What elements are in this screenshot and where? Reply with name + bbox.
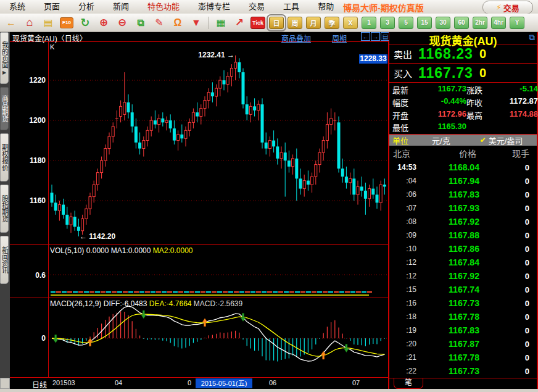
- back-icon[interactable]: ←: [4, 15, 19, 30]
- tick-row[interactable]: :201167.870: [389, 337, 537, 351]
- period-button-1[interactable]: 1: [362, 17, 376, 29]
- tick-row[interactable]: :071167.930: [389, 201, 537, 215]
- sell-row[interactable]: 卖出 1168.23 0: [389, 44, 537, 64]
- buy-label: 买入: [394, 67, 412, 80]
- stat-label: 最高: [466, 109, 497, 121]
- sidebar-tab-新闻资讯[interactable]: 新闻资讯: [0, 236, 9, 284]
- prev-arrow-icon[interactable]: ←: [361, 32, 370, 41]
- period-button-Y[interactable]: Y: [510, 17, 524, 29]
- quote-table-icon[interactable]: ▦: [213, 15, 228, 30]
- vol-ma1: MA1:0.0000: [111, 246, 151, 255]
- tick-price: 1167.92: [430, 271, 498, 281]
- tick-row[interactable]: :121167.920: [389, 269, 537, 283]
- menu-item-工具[interactable]: 工具: [274, 0, 308, 14]
- price-axis-label: 1160: [10, 196, 46, 205]
- unit-bar[interactable]: 单位 元/克 ✔ 美元/盎司: [389, 135, 537, 146]
- refresh-icon[interactable]: ↻: [78, 15, 93, 30]
- tab-bi[interactable]: 笔: [394, 378, 423, 389]
- trade-button[interactable]: ⚡ 交易: [482, 1, 533, 14]
- overlay-icon[interactable]: ⧉: [133, 15, 148, 30]
- sidebar-tab-label: 新闻资讯: [1, 246, 9, 273]
- period-button-月[interactable]: 月: [306, 17, 321, 29]
- tick-volume: 0: [498, 204, 529, 213]
- zoom-out-icon[interactable]: ⊖: [115, 15, 130, 30]
- menu-item-交易[interactable]: 交易: [239, 0, 274, 14]
- tick-list[interactable]: 14:531168.040:041167.940:061167.830:0711…: [389, 161, 537, 378]
- tick-row[interactable]: :151167.740: [389, 283, 537, 296]
- sell-volume: 0: [479, 47, 486, 61]
- tick-price: 1167.78: [430, 352, 498, 362]
- app-window: 系统页面分析新闻特色功能澎博专栏交易工具帮助 博易大师-期权仿真版 ⚡ 交易 ←…: [0, 0, 538, 392]
- home-icon[interactable]: ⌂: [22, 15, 37, 30]
- vol-indicator-text: VOL(5,10) 0.0000 MA1:0.0000 MA2:0.0000: [50, 246, 193, 255]
- sell-label: 卖出: [394, 48, 412, 60]
- toolbar-separator: [209, 17, 209, 29]
- sidebar-tab-期权报价[interactable]: 期权报价: [0, 133, 9, 181]
- period-button-4hr[interactable]: 4hr: [491, 17, 506, 29]
- tick-row[interactable]: 14:531168.040: [389, 161, 537, 174]
- sidebar-corner[interactable]: [0, 378, 10, 389]
- tick-row[interactable]: :081167.920: [389, 215, 537, 228]
- period-button-3[interactable]: 3: [380, 17, 395, 29]
- macd-axis-label: 0: [10, 334, 46, 343]
- next-arrow-icon[interactable]: →: [371, 32, 380, 41]
- menu-item-帮助[interactable]: 帮助: [308, 0, 343, 14]
- period-button-5[interactable]: 5: [399, 17, 413, 29]
- tick-row[interactable]: :191167.830: [389, 323, 537, 337]
- tick-price: 1167.73: [430, 366, 498, 376]
- period-button-60[interactable]: 60: [454, 17, 469, 29]
- unit-label: 单位: [392, 135, 408, 146]
- menu-item-新闻[interactable]: 新闻: [104, 0, 138, 14]
- tick-row[interactable]: :091167.880: [389, 228, 537, 242]
- sidebar-tab-股指期货[interactable]: 股指期货: [0, 185, 9, 233]
- menu-item-澎博专栏[interactable]: 澎博专栏: [189, 0, 239, 14]
- period-button-2hr[interactable]: 2hr: [473, 17, 487, 29]
- filter-icon[interactable]: ▼: [189, 15, 204, 30]
- unit-yuan-gram[interactable]: 元/克: [432, 135, 450, 146]
- period-button-季[interactable]: 季: [325, 17, 339, 29]
- period-button-周[interactable]: 周: [288, 17, 302, 29]
- macd-indicator-text: MACD(26,12,9) DIFF:-6.0483 DEA:-4.7664 M…: [50, 299, 242, 308]
- unit-usd-oz[interactable]: 美元/盎司: [489, 135, 523, 146]
- tick-time: 14:53: [389, 163, 416, 172]
- tick-row[interactable]: :041167.940: [389, 174, 537, 188]
- tick-price: 1167.83: [430, 190, 498, 199]
- f10-icon[interactable]: F10: [59, 15, 74, 30]
- menu-item-特色功能[interactable]: 特色功能: [138, 0, 189, 14]
- popout-icon[interactable]: ⧉: [529, 33, 535, 43]
- tick-row[interactable]: :121167.840: [389, 256, 537, 269]
- tick-price: 1167.74: [430, 285, 498, 294]
- sidebar-tab-label: 期权报价: [1, 144, 9, 171]
- trend-chart-icon[interactable]: ↗: [232, 15, 247, 30]
- alert-icon[interactable]: Ω: [170, 15, 185, 30]
- sidebar-tab-我的页面[interactable]: 我的页面▶: [0, 32, 9, 84]
- menu-item-分析[interactable]: 分析: [69, 0, 104, 14]
- zoom-in-icon[interactable]: ⊕: [96, 15, 111, 30]
- tick-row[interactable]: :181167.780: [389, 310, 537, 323]
- buy-row[interactable]: 买入 1167.73 0: [389, 64, 537, 83]
- period-button-15[interactable]: 15: [417, 17, 432, 29]
- tick-row[interactable]: :211167.780: [389, 351, 537, 364]
- tick-row[interactable]: :221167.730: [389, 364, 537, 378]
- tick-period-button[interactable]: Tick: [250, 15, 265, 30]
- tick-price: 1167.73: [430, 298, 498, 308]
- vol-ma2: MA2:0.0000: [153, 246, 193, 255]
- tick-row[interactable]: :161167.730: [389, 296, 537, 310]
- menu-item-页面[interactable]: 页面: [35, 0, 69, 14]
- period-button-X[interactable]: X: [343, 17, 358, 29]
- period-button-30[interactable]: 30: [436, 17, 450, 29]
- period-button-日[interactable]: 日: [269, 17, 284, 29]
- tick-volume: 0: [498, 190, 529, 199]
- draw-icon[interactable]: ✎: [152, 15, 167, 30]
- tick-row[interactable]: :101167.860: [389, 242, 537, 256]
- f10-icon: F10: [60, 17, 73, 28]
- tick-row[interactable]: :061167.830: [389, 188, 537, 201]
- sidebar-tab-商品期货[interactable]: 商品期货: [0, 87, 9, 130]
- macd-panel-chart[interactable]: [48, 298, 388, 377]
- menu-item-系统[interactable]: 系统: [0, 0, 35, 14]
- notes-icon: ▤: [43, 17, 52, 28]
- candlestick-chart[interactable]: [48, 42, 388, 244]
- tick-volume: 0: [498, 353, 529, 362]
- notes-icon[interactable]: ▤: [41, 15, 56, 30]
- stat-value: 1172.96: [420, 109, 466, 121]
